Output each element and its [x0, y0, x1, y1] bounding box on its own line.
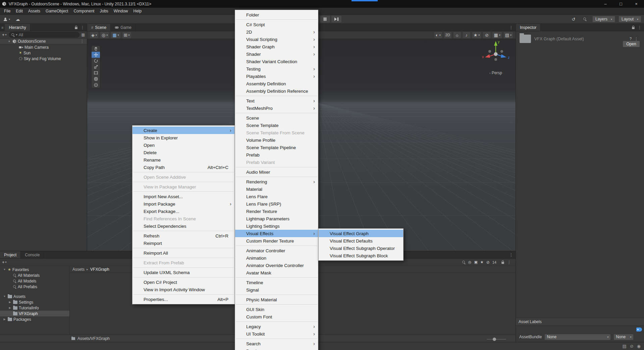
menu-item-timeline[interactable]: Timeline [235, 279, 318, 286]
scale-tool-button[interactable] [92, 64, 100, 70]
hierarchy-item-sky-and-fog-volume[interactable]: Sky and Fog Volume [0, 56, 87, 61]
expander-open-icon[interactable]: ▼ [7, 40, 11, 43]
menu-item-view-in-import-activity-window[interactable]: View in Import Activity Window [132, 286, 234, 293]
minimize-button[interactable]: – [598, 0, 613, 8]
menu-item-signal[interactable]: Signal [235, 286, 318, 294]
menu-item-ui-toolkit[interactable]: UI Toolkit› [235, 330, 318, 338]
assetbundle-variant-dropdown[interactable]: None▾ [613, 334, 634, 340]
menu-item-reimport-all[interactable]: Reimport All [132, 249, 234, 257]
overlays-dropdown[interactable]: ▤▾ [504, 32, 513, 38]
menu-item-search[interactable]: Search› [235, 340, 318, 347]
layers-dropdown[interactable]: Layers▾ [592, 16, 615, 23]
project-tree-item-favorites[interactable]: ▼★Favorites [0, 267, 69, 272]
progress-icon[interactable]: ▤ [622, 344, 626, 349]
tab-game[interactable]: Game [111, 24, 136, 31]
tab-scene[interactable]: #Scene [87, 24, 111, 31]
menu-item-playables[interactable]: Playables› [235, 73, 318, 80]
menu-item-render-texture[interactable]: Render Texture [235, 208, 318, 215]
menu-item-visual-effect-subgraph-block[interactable]: Visual Effect Subgraph Block [319, 252, 403, 259]
console-status-icon[interactable]: ◉ [637, 344, 641, 349]
tab-hierarchy[interactable]: Hierarchy [5, 24, 30, 31]
scene-visibility-toggle[interactable]: ⊘ [483, 32, 490, 38]
expander-closed-icon[interactable]: ▶ [8, 301, 12, 304]
menu-item-lightmap-parameters[interactable]: Lightmap Parameters [235, 215, 318, 222]
menu-item-scene[interactable]: Scene [235, 114, 318, 122]
menu-item-visual-scripting[interactable]: Visual Scripting› [235, 36, 318, 43]
menu-item-2d[interactable]: 2D› [235, 28, 318, 36]
expander-open-icon[interactable]: ▼ [3, 268, 6, 271]
menu-item-visual-effects[interactable]: Visual Effects› [235, 230, 318, 237]
menubar-item-assets[interactable]: Assets [25, 8, 43, 15]
menu-item-reimport[interactable]: Reimport [132, 239, 234, 247]
menu-item-text[interactable]: Text› [235, 97, 318, 104]
project-tree-item-settings[interactable]: ▶Settings [0, 299, 69, 305]
menu-item-scene-template[interactable]: Scene Template [235, 122, 318, 129]
menubar-item-component[interactable]: Component [71, 8, 97, 15]
open-button[interactable]: Open [623, 41, 640, 47]
saved-search-star-icon[interactable]: ★ [480, 260, 484, 264]
step-button[interactable] [331, 16, 341, 23]
menu-item-import-new-asset[interactable]: Import New Asset... [132, 193, 234, 200]
expander-closed-icon[interactable]: ▶ [8, 306, 12, 309]
menu-item-visual-effect-defaults[interactable]: Visual Effect Defaults [319, 237, 403, 245]
menu-item-copy-path[interactable]: Copy PathAlt+Ctrl+C [132, 164, 234, 171]
menubar-item-edit[interactable]: Edit [13, 8, 25, 15]
undo-history-button[interactable]: ↺ [570, 16, 578, 23]
rect-tool-button[interactable] [92, 70, 100, 76]
tab-inspector[interactable]: Inspector [516, 24, 541, 31]
menu-item-visual-effect-subgraph-operator[interactable]: Visual Effect Subgraph Operator [319, 245, 403, 252]
project-tree-item-tutorialinfo[interactable]: ▶TutorialInfo [0, 305, 69, 311]
menu-item-rename[interactable]: Rename [132, 156, 234, 164]
custom-tool-button[interactable] [92, 82, 100, 88]
menu-item-lens-flare-srp[interactable]: Lens Flare (SRP) [235, 200, 318, 208]
menu-item-gui-skin[interactable]: GUI Skin [235, 306, 318, 313]
menu-item-custom-render-texture[interactable]: Custom Render Texture [235, 237, 318, 245]
orientation-gizmo[interactable]: y x z [480, 39, 512, 70]
project-tree-item-packages[interactable]: ▶Packages [0, 316, 69, 322]
edit-labels-icon[interactable] [636, 327, 642, 332]
grid-snapping-dropdown[interactable]: ▦▾ [111, 32, 120, 38]
menu-item-material[interactable]: Material [235, 185, 318, 193]
kebab-menu-icon[interactable]: ⋮ [80, 25, 85, 30]
menubar-item-jobs[interactable]: Jobs [97, 8, 111, 15]
menu-item-refresh[interactable]: RefreshCtrl+R [132, 232, 234, 239]
menu-item-select-dependencies[interactable]: Select Dependencies [132, 222, 234, 230]
snap-increment-dropdown[interactable]: ⊞▾ [122, 32, 131, 38]
panel-menu-icon[interactable]: ≡ [0, 24, 5, 31]
hidden-packages-icon[interactable]: ⊘ [486, 260, 490, 264]
move-tool-button[interactable] [92, 52, 100, 58]
icon-size-slider[interactable] [487, 339, 506, 340]
menubar-item-window[interactable]: Window [111, 8, 131, 15]
menu-item-c-script[interactable]: C# Script [235, 21, 318, 28]
menu-item-update-uxml-schema[interactable]: Update UXML Schema [132, 269, 234, 276]
hierarchy-item-outdoorsscene[interactable]: ▼OutdoorsScene⋮ [0, 39, 87, 44]
menu-item-delete[interactable]: Delete [132, 149, 234, 156]
project-tree-item-all-models[interactable]: All Models [0, 278, 69, 284]
menu-item-legacy[interactable]: Legacy› [235, 323, 318, 330]
hierarchy-item-main-camera[interactable]: Main Camera [0, 44, 87, 50]
tool-handle-position-dropdown[interactable]: ◈▾ [90, 32, 98, 38]
project-tree-item-all-prefabs[interactable]: All Prefabs [0, 284, 69, 290]
kebab-menu-icon[interactable]: ⋮ [509, 253, 513, 257]
menu-item-animation[interactable]: Animation [235, 254, 318, 262]
hand-tool-button[interactable] [92, 46, 100, 52]
menu-item-shader-graph[interactable]: Shader Graph› [235, 43, 318, 50]
transform-tool-button[interactable] [92, 76, 100, 82]
asset-labels-header[interactable]: Asset Labels [516, 318, 644, 326]
maximize-button[interactable]: □ [613, 0, 629, 8]
scene-picking-icon[interactable]: ▥ [82, 33, 85, 37]
kebab-menu-icon[interactable]: ⋮ [507, 260, 511, 265]
search-by-label-icon[interactable]: ▣ [474, 260, 477, 264]
menu-item-prefab[interactable]: Prefab [235, 151, 318, 159]
menu-item-lighting-settings[interactable]: Lighting Settings [235, 222, 318, 230]
close-button[interactable]: × [629, 0, 644, 8]
menu-item-assembly-definition[interactable]: Assembly Definition [235, 80, 318, 87]
menu-item-shader[interactable]: Shader› [235, 50, 318, 58]
menubar-item-gameobject[interactable]: GameObject [43, 8, 71, 15]
menu-item-visual-effect-graph[interactable]: Visual Effect Graph [319, 230, 403, 237]
help-icon[interactable]: ? [630, 37, 632, 41]
scene-audio-toggle[interactable]: ♪ [463, 32, 470, 38]
menu-item-textmeshpro[interactable]: TextMeshPro› [235, 104, 318, 112]
menu-item-open-c-project[interactable]: Open C# Project [132, 278, 234, 286]
menu-item-brush[interactable]: Brush [235, 347, 318, 350]
